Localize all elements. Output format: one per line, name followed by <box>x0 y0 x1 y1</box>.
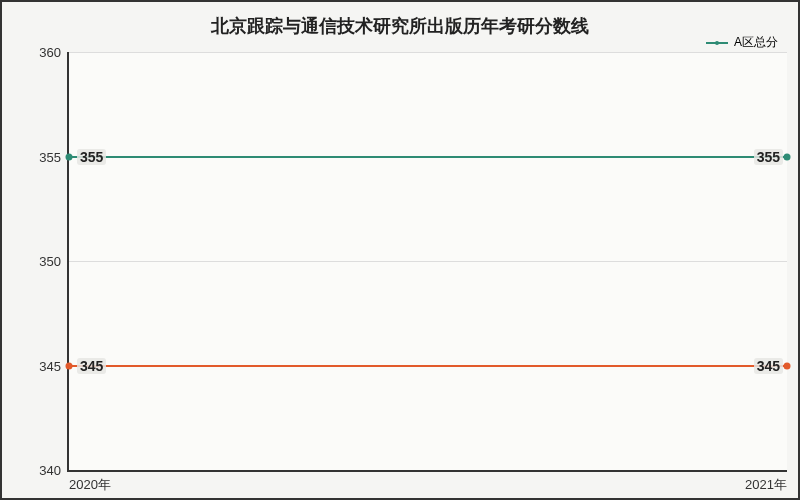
chart-title: 北京跟踪与通信技术研究所出版历年考研分数线 <box>2 14 798 38</box>
series-line-b <box>69 365 787 367</box>
series-line-a <box>69 156 787 158</box>
ytick-340: 340 <box>39 463 61 478</box>
xtick-2020: 2020年 <box>69 476 111 494</box>
datalabel-a-2021: 355 <box>754 149 783 165</box>
xtick-2021: 2021年 <box>745 476 787 494</box>
point-b-2020 <box>66 362 73 369</box>
legend-swatch-a-icon <box>706 42 728 44</box>
legend-item-a: A区总分 <box>706 34 778 51</box>
legend-label-a: A区总分 <box>734 34 778 51</box>
point-a-2021 <box>784 153 791 160</box>
plot-area: 360 355 350 345 340 2020年 2021年 355 355 … <box>67 52 787 472</box>
ytick-350: 350 <box>39 254 61 269</box>
datalabel-b-2021: 345 <box>754 358 783 374</box>
point-b-2021 <box>784 362 791 369</box>
datalabel-b-2020: 345 <box>77 358 106 374</box>
ytick-360: 360 <box>39 45 61 60</box>
ytick-355: 355 <box>39 149 61 164</box>
datalabel-a-2020: 355 <box>77 149 106 165</box>
point-a-2020 <box>66 153 73 160</box>
ytick-345: 345 <box>39 358 61 373</box>
